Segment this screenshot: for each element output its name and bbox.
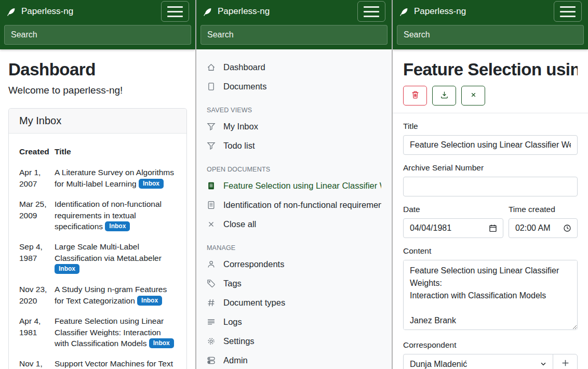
cell-title: Support Vector Machines for Text Categor… <box>55 353 176 369</box>
menu-item-settings[interactable]: Settings <box>196 332 392 351</box>
cell-title: A Study Using n-gram Features for Text C… <box>55 279 176 311</box>
cell-title: Large Scale Multi-Label Classification v… <box>55 236 176 279</box>
brand[interactable]: Paperless-ng <box>203 6 270 17</box>
app-header: Paperless-ng <box>0 0 195 49</box>
tag-icon <box>207 279 216 288</box>
menu-item-dashboard[interactable]: Dashboard <box>196 58 392 77</box>
menu-item-label: Documents <box>223 82 266 91</box>
toolbar-divider <box>393 113 588 113</box>
menu-item-open-document-2[interactable]: Identification of non-functional require… <box>196 195 392 215</box>
content-field[interactable]: Feature Selection using Linear Classifie… <box>403 260 578 330</box>
menu-item-open-document-1[interactable]: Feature Selection using Linear Classifie… <box>196 176 392 195</box>
welcome-text: Welcome to paperless-ng! <box>8 85 187 96</box>
table-row[interactable]: Apr 4, 1981 Feature Selection using Line… <box>19 311 176 353</box>
date-field-label: Date <box>403 205 503 214</box>
tag-badge: Inbox <box>55 264 79 274</box>
menu-item-label: Settings <box>223 336 255 346</box>
house-icon <box>207 63 216 72</box>
title-field[interactable] <box>403 135 578 155</box>
inbox-table: Created Title Apr 1, 2007 A Literature S… <box>19 144 176 369</box>
inbox-card: My Inbox Created Title Apr 1, 2007 A Lit… <box>8 108 187 369</box>
title-field-label: Title <box>403 122 578 131</box>
trash-icon <box>411 90 420 101</box>
menu-item-close-all[interactable]: Close all <box>196 215 392 234</box>
menu-item-label: Logs <box>223 317 242 327</box>
document-detail-screen: Paperless-ng Feature Selection usin... <box>392 0 588 369</box>
page-title: Dashboard <box>8 60 187 80</box>
menu-item-tags[interactable]: Tags <box>196 274 392 293</box>
gear-icon <box>207 337 216 346</box>
x-icon <box>207 220 216 229</box>
app-header: Paperless-ng <box>196 0 392 49</box>
table-header-row: Created Title <box>19 144 176 162</box>
table-row[interactable]: Nov 1, 2016 Support Vector Machines for … <box>19 353 176 369</box>
menu-item-label: Dashboard <box>223 62 265 72</box>
delete-button[interactable] <box>403 86 427 106</box>
table-row[interactable]: Mar 25, 2009 Identification of non-funct… <box>19 194 176 236</box>
cell-created: Mar 25, 2009 <box>19 194 55 236</box>
cell-created: Nov 1, 2016 <box>19 353 55 369</box>
column-header-created: Created <box>19 144 55 162</box>
funnel-icon <box>207 141 216 150</box>
menu-item-correspondents[interactable]: Correspondents <box>196 255 392 274</box>
menu-toggler-button[interactable] <box>554 1 582 22</box>
menu-item-label: Admin <box>223 355 248 365</box>
menu-toggler-button[interactable] <box>161 1 189 22</box>
menu-item-documents[interactable]: Documents <box>196 77 392 96</box>
close-document-button[interactable] <box>461 86 485 106</box>
brand[interactable]: Paperless-ng <box>399 6 466 17</box>
file-text-icon <box>207 201 216 209</box>
column-header-title: Title <box>55 144 176 162</box>
menu-screen: Paperless-ng Dashboard Documents SAVED V… <box>195 0 392 369</box>
leaf-logo-icon <box>203 7 212 17</box>
add-correspondent-button[interactable] <box>553 354 578 369</box>
asn-field[interactable] <box>403 177 578 196</box>
section-header-open-documents: OPEN DOCUMENTS <box>196 155 392 176</box>
menu-item-label: Close all <box>223 219 256 229</box>
plus-icon <box>561 359 570 369</box>
menu-item-label: Feature Selection using Linear Classifie… <box>223 181 381 191</box>
search-input[interactable] <box>201 25 387 45</box>
menu-item-my-inbox[interactable]: My Inbox <box>196 117 392 136</box>
table-row[interactable]: Apr 1, 2007 A Literature Survey on Algor… <box>19 162 176 194</box>
correspondent-field-label: Correspondent <box>403 340 578 350</box>
tag-badge: Inbox <box>139 179 164 189</box>
document-title: Support Vector Machines for Text Categor… <box>55 359 173 369</box>
search-input[interactable] <box>397 25 584 45</box>
cell-created: Apr 1, 2007 <box>19 162 55 194</box>
menu-item-document-types[interactable]: Document types <box>196 293 392 312</box>
download-icon <box>440 90 449 101</box>
hash-icon <box>207 298 216 307</box>
menu-item-admin[interactable]: Admin <box>196 351 392 369</box>
section-header-saved-views: SAVED VIEWS <box>196 96 392 117</box>
person-icon <box>207 260 216 269</box>
search-input[interactable] <box>4 25 191 45</box>
table-row[interactable]: Sep 4, 1987 Large Scale Multi-Label Clas… <box>19 236 176 279</box>
menu-item-todo-list[interactable]: Todo list <box>196 136 392 155</box>
section-header-manage: MANAGE <box>196 234 392 255</box>
leaf-logo-icon <box>6 7 16 17</box>
download-button[interactable] <box>432 86 456 106</box>
table-row[interactable]: Nov 23, 2020 A Study Using n-gram Featur… <box>19 279 176 311</box>
calendar-icon[interactable] <box>489 224 497 232</box>
clock-icon[interactable] <box>563 224 571 232</box>
document-toolbar <box>403 86 578 106</box>
file-icon <box>207 82 216 91</box>
document-title: Large Scale Multi-Label Classification v… <box>55 242 162 262</box>
navbar: Paperless-ng <box>0 0 195 23</box>
correspondent-select[interactable]: Dunja Mladenić <box>403 354 553 369</box>
search-bar <box>0 23 195 49</box>
time-field-label: Time created <box>509 205 578 214</box>
leaf-logo-icon <box>399 7 409 17</box>
close-icon <box>470 91 477 100</box>
toggles-icon <box>207 356 216 365</box>
asn-field-label: Archive Serial Number <box>403 163 578 173</box>
brand-label: Paperless-ng <box>21 6 73 17</box>
menu-item-logs[interactable]: Logs <box>196 312 392 332</box>
brand-label: Paperless-ng <box>218 6 270 17</box>
date-time-row: Date Time created <box>403 196 578 238</box>
menu-toggler-button[interactable] <box>357 1 385 22</box>
menu-item-label: Correspondents <box>223 259 284 269</box>
brand[interactable]: Paperless-ng <box>6 6 73 17</box>
document-detail-content: Feature Selection usin... Title Archive <box>393 60 588 369</box>
